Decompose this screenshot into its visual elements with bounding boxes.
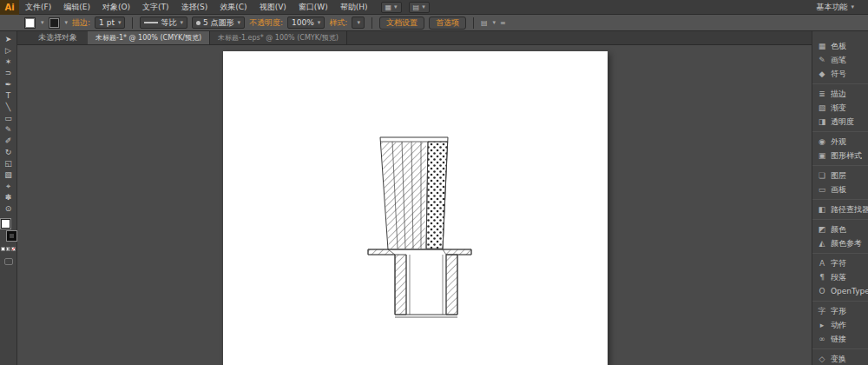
menu-window[interactable]: 窗口(W) <box>293 0 334 15</box>
panel-links[interactable]: ∞ 链接 <box>812 332 868 346</box>
pencil-tool-icon: ✐ <box>5 136 12 147</box>
rectangle-tool[interactable]: ▭ <box>0 113 17 124</box>
paragraph-icon: ¶ <box>817 273 827 282</box>
panel-color[interactable]: ◩ 颜色 <box>812 222 868 236</box>
screen-mode-toggle-icon[interactable] <box>4 258 13 265</box>
panel-color-guide[interactable]: ◭ 颜色参考 <box>812 236 868 250</box>
color-guide-icon: ◭ <box>817 239 827 248</box>
panel-label: 符号 <box>831 69 846 80</box>
direct-selection-tool[interactable]: ▷ <box>0 45 17 56</box>
screen-mode-button[interactable]: ▤ ▾ <box>409 2 430 13</box>
eyedropper-tool[interactable]: ⌖ <box>0 181 17 192</box>
panel-pathfinder[interactable]: ◧ 路径查找器 <box>812 202 868 216</box>
rotate-tool[interactable]: ↻ <box>0 147 17 158</box>
opacity-label[interactable]: 不透明度: <box>249 17 283 29</box>
style-dropdown[interactable]: ▾ <box>352 17 365 29</box>
magic-wand-tool[interactable]: ✶ <box>0 56 17 68</box>
panel-stroke[interactable]: ≣ 描边 <box>812 87 868 101</box>
stroke-label[interactable]: 描边: <box>72 17 90 29</box>
color-mode-icon[interactable] <box>1 247 5 251</box>
workspace-switcher[interactable]: 基本功能 ▾ <box>816 2 854 13</box>
panel-appearance[interactable]: ◉ 外观 <box>812 135 868 149</box>
hand-tool[interactable]: ✽ <box>0 192 17 203</box>
panel-character[interactable]: A 字符 <box>812 256 868 270</box>
artwork-technical-drawing <box>223 51 608 365</box>
style-label[interactable]: 样式: <box>329 17 347 29</box>
panel-glyphs[interactable]: 字 字形 <box>812 304 868 318</box>
fill-proxy-swatch[interactable] <box>1 219 10 229</box>
menu-edit[interactable]: 编辑(E) <box>57 0 96 15</box>
menu-select[interactable]: 选择(S) <box>175 0 214 15</box>
zoom-tool[interactable]: ⊙ <box>0 203 17 215</box>
scale-tool[interactable]: ◱ <box>0 158 17 169</box>
preferences-button[interactable]: 首选项 <box>429 17 466 30</box>
panel-transform[interactable]: ◇ 变换 <box>812 352 868 365</box>
panel-layers[interactable]: ❏ 图层 <box>812 169 868 182</box>
align-icon[interactable]: ▤ <box>481 19 488 27</box>
menu-file[interactable]: 文件(F) <box>19 0 57 15</box>
panel-transparency[interactable]: ◨ 透明度 <box>812 115 868 129</box>
brush-definition-dropdown[interactable]: 5 点圆形 ▾ <box>192 17 245 29</box>
menu-effect[interactable]: 效果(C) <box>214 0 253 15</box>
line-segment-tool[interactable]: ╲ <box>0 102 17 113</box>
width-profile-dropdown[interactable]: 等比 ▾ <box>140 17 187 29</box>
layers-icon: ❏ <box>817 171 827 180</box>
panel-label: 描边 <box>831 89 846 100</box>
panel-label: 画笔 <box>831 55 846 66</box>
panel-symbols[interactable]: ◆ 符号 <box>812 67 868 81</box>
fill-color-swatch[interactable] <box>24 17 36 29</box>
stroke-width-value: 1 pt <box>99 18 115 27</box>
panel-label: 画板 <box>831 184 846 196</box>
none-mode-icon[interactable] <box>11 247 16 251</box>
arrange-documents-icon: ▦ <box>385 3 392 11</box>
stroke-color-swatch[interactable] <box>49 17 60 29</box>
document-tab-untitled1-eps[interactable]: 未标题-1.eps* @ 100% (CMYK/预览) <box>210 31 347 44</box>
panel-gradient[interactable]: ▧ 渐变 <box>812 101 868 115</box>
selection-tool[interactable]: ➤ <box>0 34 17 45</box>
gradient-tool[interactable]: ▧ <box>0 169 17 181</box>
opacity-dropdown[interactable]: 100% ▾ <box>287 17 325 29</box>
panel-label: 图形样式 <box>831 150 862 162</box>
stroke-proxy-swatch[interactable] <box>7 231 16 241</box>
menu-view[interactable]: 视图(V) <box>253 0 293 15</box>
menu-type[interactable]: 文字(T) <box>136 0 175 15</box>
appearance-icon: ◉ <box>817 137 827 146</box>
brush-name: 5 点圆形 <box>203 17 234 29</box>
panel-actions[interactable]: ▸ 动作 <box>812 318 868 332</box>
pen-tool-icon: ✒ <box>5 79 12 90</box>
panel-opentype[interactable]: O OpenType <box>812 284 868 298</box>
menu-object[interactable]: 对象(O) <box>96 0 136 15</box>
chevron-down-icon: ▾ <box>318 19 321 26</box>
panel-label: 路径查找器 <box>831 204 868 216</box>
panel-label: 透明度 <box>831 116 854 128</box>
lasso-tool[interactable]: ⊃ <box>0 68 17 79</box>
eyedropper-tool-icon: ⌖ <box>6 181 10 192</box>
panel-label: 字符 <box>831 258 846 269</box>
paintbrush-tool[interactable]: ✎ <box>0 124 17 136</box>
control-menu-icon[interactable]: ≡ <box>500 19 506 27</box>
panel-artboards[interactable]: ▭ 画板 <box>812 182 868 196</box>
panel-swatches[interactable]: ▦ 色板 <box>812 39 868 53</box>
divider <box>812 301 868 302</box>
document-tab-untitled1[interactable]: 未标题-1* @ 100% (CMYK/预览) <box>88 31 210 44</box>
stroke-width-dropdown[interactable]: 1 pt ▾ <box>95 17 125 29</box>
color-mode-buttons <box>1 247 16 251</box>
panel-label: 字形 <box>831 306 846 317</box>
menu-help[interactable]: 帮助(H) <box>334 0 374 15</box>
pen-tool[interactable]: ✒ <box>0 79 17 90</box>
tools-panel: ➤ ▷ ✶ ⊃ ✒ T ╲ ▭ ✎ ✐ ↻ ◱ ▧ ⌖ ✽ ⊙ <box>0 31 17 365</box>
panel-label: 动作 <box>831 320 846 331</box>
opacity-value: 100% <box>292 18 314 27</box>
pencil-tool[interactable]: ✐ <box>0 136 17 147</box>
arrange-documents-button[interactable]: ▦ ▾ <box>381 2 402 13</box>
panel-brushes[interactable]: ✎ 画笔 <box>812 53 868 67</box>
panel-paragraph[interactable]: ¶ 段落 <box>812 270 868 284</box>
gradient-mode-icon[interactable] <box>6 247 10 251</box>
panel-graphic-styles[interactable]: ▣ 图形样式 <box>812 149 868 163</box>
symbols-icon: ◆ <box>817 70 827 78</box>
fill-stroke-widget[interactable] <box>1 219 16 241</box>
chevron-down-icon: ▾ <box>238 19 241 26</box>
canvas-area[interactable] <box>17 45 812 365</box>
document-setup-button[interactable]: 文档设置 <box>379 17 424 30</box>
type-tool[interactable]: T <box>0 90 17 102</box>
